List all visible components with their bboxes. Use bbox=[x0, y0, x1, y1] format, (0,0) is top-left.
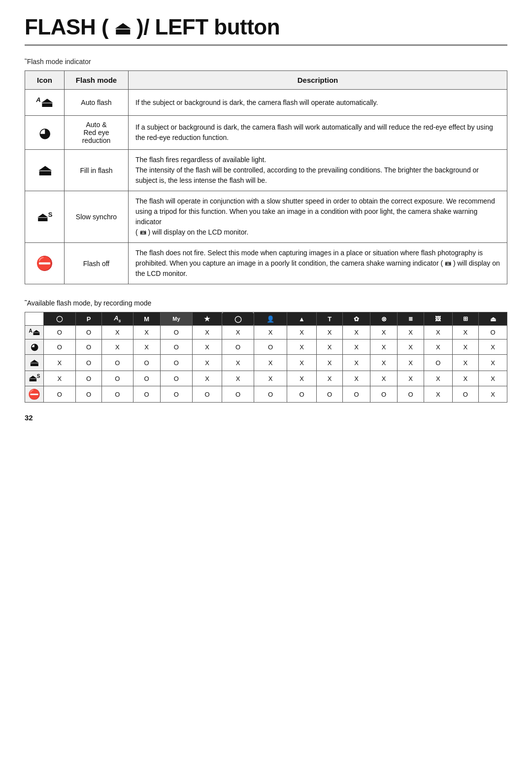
fill-flash-icon-cell: ⏏ bbox=[25, 150, 65, 191]
mode-header-row: ◯ P As M My ★ ◯ 👤 ▲ T ✿ ⊗ ≣ 🖼 ⊞ ⏏ bbox=[25, 312, 507, 326]
flash-off-mode-label: Flash off bbox=[65, 243, 129, 284]
auto-flash-description: If the subject or background is dark, th… bbox=[129, 90, 507, 116]
row-icon-slow-synchro: ⏏S bbox=[25, 371, 44, 386]
red-eye-icon-cell: ◕ bbox=[25, 116, 65, 150]
mode-header-T: T bbox=[316, 312, 342, 326]
table-row: ⏏ Fill in flash The flash fires regardle… bbox=[25, 150, 507, 191]
row-icon-fill-flash: ⏏ bbox=[25, 355, 44, 371]
slow-synchro-description: The flash will operate in conjunction wi… bbox=[129, 191, 507, 243]
mode-header-minus: ⊗ bbox=[370, 312, 398, 326]
row-icon-red-eye: ◕ bbox=[25, 340, 44, 355]
col-header-mode: Flash mode bbox=[65, 71, 129, 90]
mode-header-P: P bbox=[75, 312, 101, 326]
mode-header-My: My bbox=[160, 312, 192, 326]
flash-off-icon-cell: ⛔ bbox=[25, 243, 65, 284]
mode-header-mountain: ▲ bbox=[287, 312, 317, 326]
mode-header-lines: ≣ bbox=[398, 312, 424, 326]
mode-row-fill-flash: ⏏ X O O O O X X X X X X X X O X X bbox=[25, 355, 507, 371]
page-title: FLASH ( ⏏ )/ LEFT button bbox=[25, 15, 507, 46]
table-row: A⏏ Auto flash If the subject or backgrou… bbox=[25, 90, 507, 116]
flash-mode-indicator-label: ˜Flash mode indicator bbox=[25, 58, 507, 66]
auto-flash-mode-label: Auto flash bbox=[65, 90, 129, 116]
mode-corner-cell bbox=[25, 312, 44, 326]
flash-off-description: The flash does not fire. Select this mod… bbox=[129, 243, 507, 284]
mode-header-auto: ◯ bbox=[44, 312, 76, 326]
col-header-description: Description bbox=[129, 71, 507, 90]
available-flash-label: ˜Available flash mode, by recording mode bbox=[25, 299, 507, 307]
row-icon-auto-flash: A⏏ bbox=[25, 326, 44, 340]
mode-row-flash-off: ⛔ O O O O O O O O O O O O O X O X bbox=[25, 386, 507, 403]
mode-header-As: As bbox=[102, 312, 133, 326]
mode-header-grid: ⊞ bbox=[452, 312, 478, 326]
mode-header-q: ◯ bbox=[222, 312, 254, 326]
col-header-icon: Icon bbox=[25, 71, 65, 90]
slow-synchro-mode-label: Slow synchro bbox=[65, 191, 129, 243]
mode-header-flower: ✿ bbox=[343, 312, 370, 326]
red-eye-mode-label: Auto &Red eyereduction bbox=[65, 116, 129, 150]
table-row: ⏏S Slow synchro The flash will operate i… bbox=[25, 191, 507, 243]
mode-header-person: 👤 bbox=[254, 312, 287, 326]
mode-row-auto-flash: A⏏ O O X X O X X X X X X X X X X O bbox=[25, 326, 507, 340]
mode-header-M: M bbox=[133, 312, 160, 326]
flash-mode-table: Icon Flash mode Description A⏏ Auto flas… bbox=[25, 70, 507, 284]
slow-synchro-icon-cell: ⏏S bbox=[25, 191, 65, 243]
mode-row-red-eye: ◕ O O X X O X O O X X X X X X X X bbox=[25, 340, 507, 355]
mode-header-star: ★ bbox=[193, 312, 222, 326]
page-number: 32 bbox=[25, 413, 507, 422]
row-icon-flash-off: ⛔ bbox=[25, 386, 44, 403]
mode-header-flash-small: ⏏ bbox=[479, 312, 507, 326]
auto-flash-icon-cell: A⏏ bbox=[25, 90, 65, 116]
mode-row-slow-synchro: ⏏S X O O O O X X X X X X X X X X X bbox=[25, 371, 507, 386]
table-row: ⛔ Flash off The flash does not fire. Sel… bbox=[25, 243, 507, 284]
red-eye-description: If a subject or background is dark, the … bbox=[129, 116, 507, 150]
mode-header-photo: 🖼 bbox=[424, 312, 452, 326]
table-header-row: Icon Flash mode Description bbox=[25, 71, 507, 90]
table-row: ◕ Auto &Red eyereduction If a subject or… bbox=[25, 116, 507, 150]
fill-flash-description: The flash fires regardless of available … bbox=[129, 150, 507, 191]
mode-availability-table: ◯ P As M My ★ ◯ 👤 ▲ T ✿ ⊗ ≣ 🖼 ⊞ ⏏ A⏏ O O bbox=[25, 312, 507, 403]
fill-flash-mode-label: Fill in flash bbox=[65, 150, 129, 191]
